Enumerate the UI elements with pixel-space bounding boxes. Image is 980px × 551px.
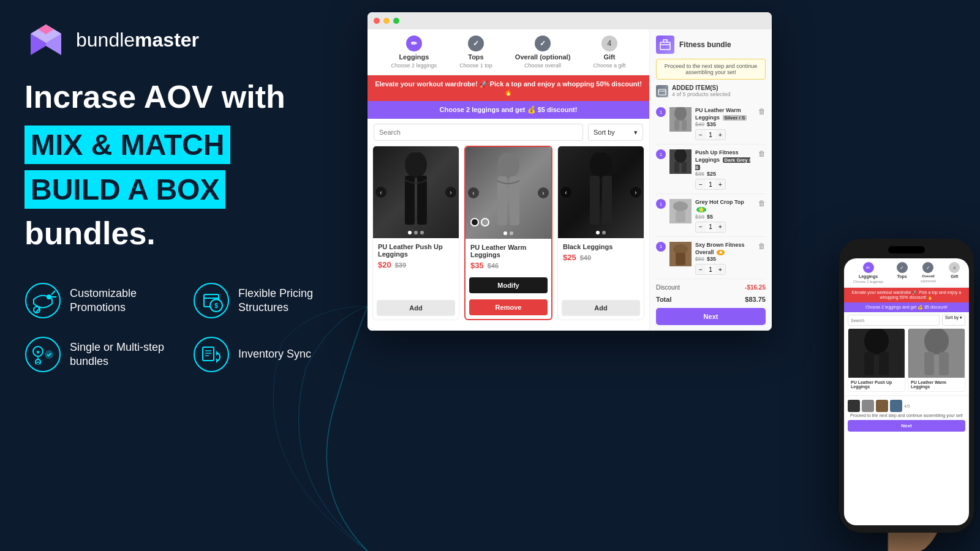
cart-item-prices-0: $40 $35 [695, 121, 755, 127]
mobile-product-card-1: PU Leather Warm Leggings [908, 328, 965, 392]
added-title: ADDED ITEM(S) [672, 84, 731, 91]
mobile-next-button[interactable]: Next [848, 420, 965, 432]
m-step-circle-gift: 4 [949, 262, 960, 273]
cart-item-2: 1 Grey Hot Crop Top 🌟 [656, 199, 766, 236]
mobile-thumb-3 [890, 400, 902, 412]
svg-rect-50 [924, 352, 934, 375]
svg-point-25 [590, 152, 612, 178]
product-info-2: Black Leggings $25 $40 [558, 238, 644, 298]
qty-minus-1[interactable]: − [696, 179, 706, 190]
add-button-2[interactable]: Add [562, 300, 640, 316]
step-sub-leggings: Choose 2 leggings [391, 62, 437, 69]
store-main: ✏ Leggings Choose 2 leggings ✓ Tops Choo… [368, 29, 649, 331]
mobile-search-bar: Sort by ▾ [844, 312, 969, 328]
step-label-overall: Overall (optional) [515, 53, 570, 61]
mobile-steps: ✏ Leggings Choose 2 leggings ✓ Tops ✓ Ov… [844, 258, 969, 288]
step-sub-overall: Choose overall [524, 62, 561, 69]
mobile-thumbnails: 4/5 [848, 400, 965, 412]
feature-flexible-pricing: $ Flexible Pricing Structures [193, 282, 343, 319]
cart-item-thumb-0 [669, 107, 692, 132]
m-step-label-tops: Tops [897, 274, 907, 279]
carousel-dots-0 [408, 231, 424, 234]
carousel-next-0[interactable]: › [445, 187, 456, 198]
carousel-next-1[interactable]: › [538, 187, 549, 198]
items-icon [656, 85, 668, 97]
qty-control-3: − 1 + [695, 264, 726, 275]
cart-item-info-3: Sxy Brown Fitness Overall ★ $50 $35 − 1 … [695, 242, 755, 275]
headline: Incrase AOV with MIX & MATCH BUILD A BOX… [24, 80, 343, 276]
price-old-2: $10 [695, 214, 704, 220]
logo-icon [24, 18, 67, 61]
qty-plus-1[interactable]: + [715, 179, 725, 190]
mobile-sort-dropdown[interactable]: Sort by ▾ [942, 315, 965, 326]
svg-text:★: ★ [36, 349, 40, 355]
feature-label-multi-step: Single or Multi-step bundles [70, 340, 175, 369]
svg-point-45 [864, 329, 889, 354]
m-step-leggings: ✏ Leggings Choose 2 leggings [853, 262, 884, 283]
step-label-gift: Gift [603, 53, 615, 61]
trash-icon-1[interactable]: 🗑 [758, 149, 766, 158]
price-new-2: $5 [707, 214, 713, 220]
sort-dropdown[interactable]: Sort by ▾ [588, 124, 643, 141]
add-button-0[interactable]: Add [377, 300, 455, 316]
headline-highlight2: BUILD A BOX [24, 170, 225, 209]
bundles-icon: ★ [24, 336, 61, 373]
bundle-header: Fitness bundle [656, 36, 766, 54]
browser-bar [368, 12, 772, 29]
svg-point-17 [194, 337, 228, 372]
qty-minus-2[interactable]: − [696, 222, 706, 233]
svg-rect-28 [660, 42, 670, 50]
carousel-prev-1[interactable]: ‹ [468, 187, 479, 198]
svg-point-49 [924, 329, 949, 354]
svg-rect-29 [658, 89, 666, 95]
svg-point-12 [26, 337, 60, 372]
trash-icon-3[interactable]: 🗑 [758, 242, 766, 250]
price-old-0: $40 [695, 121, 704, 127]
remove-button-1[interactable]: Remove [469, 299, 548, 315]
m-step-overall: ✓ Overall (optional) [921, 262, 936, 283]
store-sidebar: Fitness bundle Proceed to the next step … [649, 29, 772, 331]
cart-item-prices-3: $50 $35 [695, 256, 755, 262]
qty-minus-0[interactable]: − [696, 129, 706, 140]
next-button[interactable]: Next [656, 308, 766, 325]
carousel-prev-2[interactable]: ‹ [560, 187, 571, 198]
chevron-down-icon: ▾ [634, 129, 638, 137]
browser-content: ✏ Leggings Choose 2 leggings ✓ Tops Choo… [368, 29, 772, 331]
svg-rect-32 [674, 119, 679, 130]
qty-plus-3[interactable]: + [715, 264, 725, 275]
svg-rect-40 [676, 211, 685, 222]
promo-banner-red: Elevate your workout wardrobe! 🚀 Pick a … [368, 75, 649, 101]
trash-icon-2[interactable]: 🗑 [758, 199, 766, 208]
qty-val-1: 1 [706, 181, 715, 188]
qty-control-0: − 1 + [695, 129, 726, 140]
modify-button-1[interactable]: Modify [469, 277, 548, 293]
badge-3: ★ [717, 250, 725, 255]
product-price-2: $25 $40 [563, 253, 639, 262]
mobile-banner-purple: Choose 2 leggings and get 💰 $5 discount! [844, 302, 969, 312]
cart-item-thumb-3 [669, 242, 692, 266]
qty-plus-2[interactable]: + [715, 222, 725, 233]
cart-item-thumb-2 [669, 199, 692, 223]
product-info-1: PU Leather Warm Leggings $35 $46 [466, 239, 551, 275]
mobile-search-input[interactable] [848, 315, 940, 326]
svg-rect-37 [682, 162, 687, 173]
browser-mockup: ✏ Leggings Choose 2 leggings ✓ Tops Choo… [368, 12, 772, 331]
product-price-1: $35 $46 [470, 261, 546, 270]
carousel-prev-0[interactable]: ‹ [375, 187, 386, 198]
qty-plus-0[interactable]: + [715, 129, 725, 140]
carousel-next-2[interactable]: › [630, 187, 641, 198]
mobile-product-img-1 [908, 329, 965, 378]
trash-icon-0[interactable]: 🗑 [758, 107, 766, 116]
search-input[interactable] [374, 124, 583, 141]
svg-rect-51 [939, 352, 949, 375]
step-sub-tops: Choose 1 top [459, 62, 492, 69]
cart-item-name-1: Push Up Fitness Leggings Dark Grey / S [695, 149, 755, 171]
step-circle-gift: 4 [601, 36, 617, 51]
proceed-note: Proceed to the next step and continue as… [656, 59, 766, 80]
m-step-label-overall: Overall [922, 274, 934, 278]
qty-minus-3[interactable]: − [696, 264, 706, 275]
step-label-leggings: Leggings [399, 53, 429, 61]
product-name-0: PU Leather Push Up Leggings [378, 243, 454, 258]
carousel-dots-2 [596, 231, 606, 234]
cart-item-name-0: PU Leather Warm Leggings Silver / S [695, 107, 755, 121]
